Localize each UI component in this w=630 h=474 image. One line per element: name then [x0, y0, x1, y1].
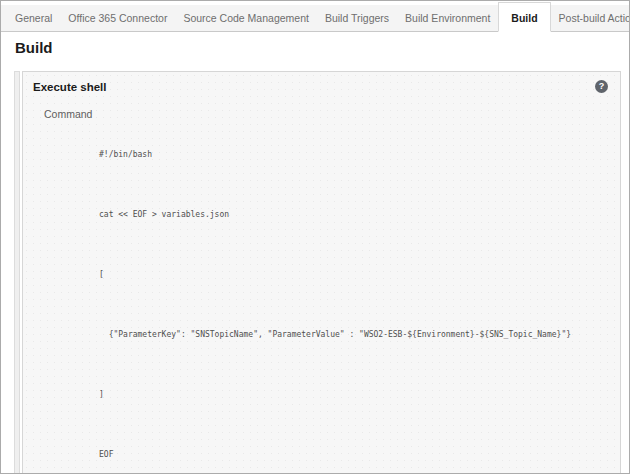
command-textarea[interactable]: #!/bin/bash cat << EOF > variables.json … — [99, 105, 571, 474]
command-row: Command #!/bin/bash cat << EOF > variabl… — [23, 105, 620, 474]
code-line: #!/bin/bash — [99, 145, 571, 165]
code-line: EOF — [99, 445, 571, 465]
drag-handle[interactable] — [14, 71, 20, 474]
tab-general[interactable]: General — [7, 5, 60, 31]
command-label: Command — [44, 108, 99, 474]
code-line: {"ParameterKey": "SNSTopicName", "Parame… — [99, 325, 571, 345]
build-steps-list: Execute shell ? Command #!/bin/bash cat … — [14, 71, 621, 474]
tab-post-build-actions[interactable]: Post-build Actions — [551, 5, 630, 31]
code-line: [ — [99, 265, 571, 285]
jenkins-config-page: General Office 365 Connector Source Code… — [0, 0, 630, 474]
tab-source-code-management[interactable]: Source Code Management — [175, 5, 317, 31]
tab-build-triggers[interactable]: Build Triggers — [317, 5, 397, 31]
tab-build-environment[interactable]: Build Environment — [397, 5, 498, 31]
code-line: cat << EOF > variables.json — [99, 205, 571, 225]
code-line: ] — [99, 385, 571, 405]
build-step-title: Execute shell — [33, 81, 107, 93]
config-tabbar: General Office 365 Connector Source Code… — [1, 5, 629, 32]
build-step-panel: Execute shell ? Command #!/bin/bash cat … — [22, 71, 621, 474]
tab-office-365-connector[interactable]: Office 365 Connector — [60, 5, 175, 31]
page-title: Build — [15, 39, 629, 56]
build-step-1: Execute shell ? Command #!/bin/bash cat … — [14, 71, 621, 474]
tab-build[interactable]: Build — [498, 2, 550, 32]
build-step-header: Execute shell ? — [23, 80, 620, 93]
help-icon[interactable]: ? — [595, 80, 608, 93]
